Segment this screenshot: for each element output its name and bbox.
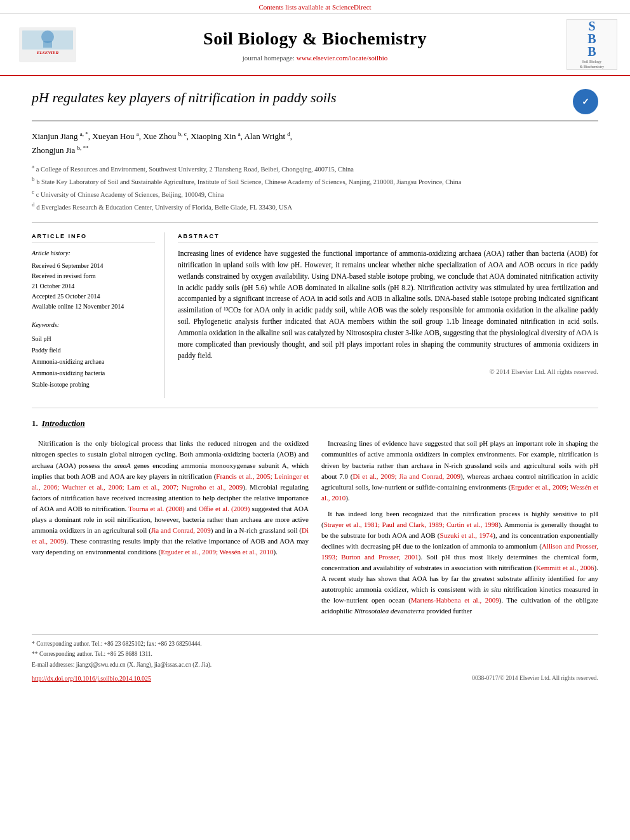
elsevier-logo: ELSEVIER [13, 27, 83, 62]
keywords-section: Keywords: Soil pH Paddy field Ammonia-ox… [32, 319, 155, 390]
intro-para-3: It has indeed long been recognized that … [321, 509, 598, 617]
intro-col-right: Increasing lines of evidence have sugges… [321, 438, 598, 622]
keyword-2: Paddy field [32, 345, 155, 356]
journal-header: Contents lists available at ScienceDirec… [0, 0, 630, 76]
footnote-2: ** Corresponding author. Tel.: +86 25 86… [32, 650, 598, 658]
history-title: Article history: [32, 248, 155, 258]
sbb-abbreviation: SBB [587, 20, 596, 58]
author-xue: Xue Zhou b, c, [143, 131, 191, 141]
section-title: Introduction [42, 418, 85, 429]
info-abstract-columns: ARTICLE INFO Article history: Received 6… [32, 232, 598, 399]
abstract-text: Increasing lines of evidence have sugges… [178, 248, 598, 361]
sciencedirect-bar: Contents lists available at ScienceDirec… [0, 0, 630, 14]
issn-text: 0038-0717/© 2014 Elsevier Ltd. All right… [472, 674, 598, 683]
affiliations: a a College of Resources and Environment… [32, 163, 598, 213]
author-xueyan: Xueyan Hou a, [92, 131, 143, 141]
accepted-date: Accepted 25 October 2014 [32, 291, 155, 302]
footnote-emails: E-mail addresses: jiangxj@swu.edu.cn (X.… [32, 661, 598, 669]
sciencedirect-link[interactable]: ScienceDirect [332, 3, 372, 11]
revised-date: 21 October 2014 [32, 281, 155, 291]
abstract-header: ABSTRACT [178, 232, 598, 244]
affiliation-c: c c University of Chinese Academy of Sci… [32, 188, 598, 199]
keyword-3: Ammonia-oxidizing archaea [32, 356, 155, 368]
article-title: pH regulates key players of nitrificatio… [32, 89, 336, 107]
article-title-section: pH regulates key players of nitrificatio… [32, 89, 598, 121]
divider-1 [32, 222, 598, 223]
article-info-header: ARTICLE INFO [32, 232, 155, 244]
author-xianjun: Xianjun Jiang a, *, [32, 131, 92, 141]
online-date: Available online 12 November 2014 [32, 302, 155, 312]
footnote-1: * Corresponding author. Tel.: +86 23 682… [32, 640, 598, 648]
doi-link[interactable]: http://dx.doi.org/10.1016/j.soilbio.2014… [32, 674, 151, 683]
intro-para-2: Increasing lines of evidence have sugges… [321, 438, 598, 503]
intro-columns: Nitrification is the only biological pro… [32, 438, 598, 622]
crossmark-icon[interactable]: ✓ [573, 89, 598, 114]
keyword-4: Ammonia-oxidizing bacteria [32, 368, 155, 379]
keywords-title: Keywords: [32, 319, 155, 331]
received-revised-label: Received in revised form [32, 271, 155, 281]
footer-bottom: http://dx.doi.org/10.1016/j.soilbio.2014… [32, 674, 598, 683]
homepage-label: journal homepage: [243, 54, 295, 62]
article-info-column: ARTICLE INFO Article history: Received 6… [32, 232, 165, 399]
authors-line: Xianjun Jiang a, *, Xueyan Hou a, Xue Zh… [32, 129, 598, 157]
journal-logo-right: SBB Soil Biology& Biochemistry [547, 19, 617, 70]
email-addresses: jiangxj@swu.edu.cn (X. Jiang), jia@issas… [76, 662, 212, 668]
abstract-column: ABSTRACT Increasing lines of evidence ha… [178, 232, 598, 399]
journal-name: Soil Biology & Biochemistry [83, 26, 547, 51]
author-zhongjun: Zhongjun Jia b, ** [32, 145, 89, 155]
affiliation-b: b b State Key Laboratory of Soil and Sus… [32, 175, 598, 187]
section-number: 1. [32, 418, 38, 429]
svg-text:ELSEVIER: ELSEVIER [36, 50, 59, 55]
journal-title-center: Soil Biology & Biochemistry journal home… [83, 26, 547, 63]
abstract-copyright: © 2014 Elsevier Ltd. All rights reserved… [178, 368, 598, 377]
contents-available-text: Contents lists available at [258, 3, 330, 11]
article-footer: * Corresponding author. Tel.: +86 23 682… [32, 634, 598, 683]
email-label: E-mail addresses: [32, 662, 74, 668]
header-main: ELSEVIER Soil Biology & Biochemistry jou… [0, 14, 630, 75]
journal-homepage: journal homepage: www.elsevier.com/locat… [83, 53, 547, 63]
affiliation-d: d d Everglades Research & Education Cent… [32, 201, 598, 212]
received-date: Received 6 September 2014 [32, 261, 155, 271]
journal-logo-text: Soil Biology& Biochemistry [580, 59, 605, 70]
article-body: pH regulates key players of nitrificatio… [0, 76, 630, 702]
svg-rect-3 [43, 41, 52, 48]
author-xiaoping: Xiaoping Xin a, [191, 131, 244, 141]
homepage-link[interactable]: www.elsevier.com/locate/soilbio [297, 54, 387, 62]
affiliation-a: a a College of Resources and Environment… [32, 163, 598, 174]
author-alan: Alan Wright d, [244, 131, 292, 141]
keyword-1: Soil pH [32, 333, 155, 345]
intro-col-left: Nitrification is the only biological pro… [32, 438, 309, 622]
journal-logo-image: SBB Soil Biology& Biochemistry [566, 19, 617, 70]
elsevier-tree-icon: ELSEVIER [19, 27, 76, 62]
keyword-5: Stable-isotope probing [32, 379, 155, 390]
introduction-section: 1. Introduction Nitrification is the onl… [32, 418, 598, 622]
article-history: Article history: Received 6 September 20… [32, 248, 155, 312]
divider-2 [32, 408, 598, 408]
intro-para-1: Nitrification is the only biological pro… [32, 438, 309, 557]
